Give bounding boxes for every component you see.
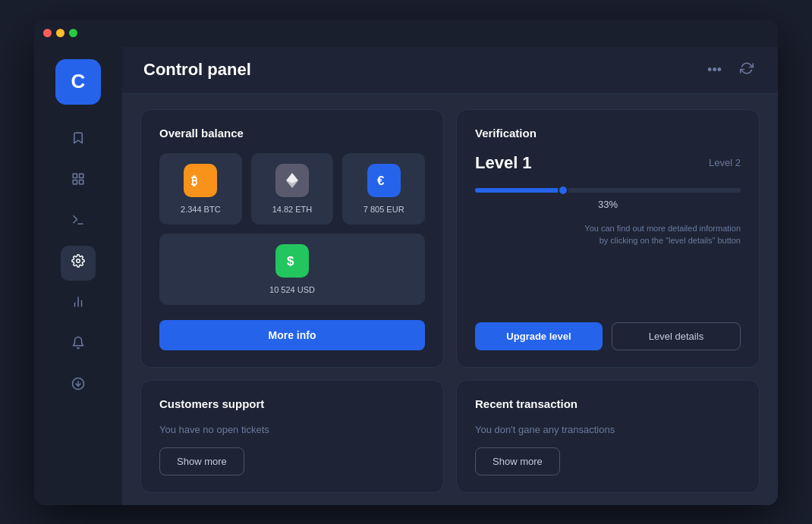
verification-hint: You can find out more detailed informati… bbox=[475, 222, 741, 310]
dashboard-grid: Overall balance ₿ 2.344 BTC 1 bbox=[122, 94, 778, 505]
level-details-button[interactable]: Level details bbox=[612, 322, 741, 350]
svg-point-5 bbox=[77, 259, 80, 263]
level-header: Level 1 Level 2 bbox=[475, 153, 741, 173]
maximize-button[interactable] bbox=[69, 29, 77, 37]
svg-rect-0 bbox=[73, 174, 77, 177]
transaction-empty-message: You don't gane any transactions bbox=[475, 424, 741, 435]
level-next: Level 2 bbox=[709, 157, 741, 168]
coin-usd: $ 10 524 USD bbox=[159, 234, 425, 305]
download-icon bbox=[71, 377, 85, 394]
transaction-show-more-button[interactable]: Show more bbox=[475, 447, 560, 475]
page-title: Control panel bbox=[143, 60, 251, 80]
sidebar-item-dashboard[interactable] bbox=[61, 164, 96, 199]
svg-rect-1 bbox=[80, 174, 83, 177]
verification-actions: Upgrade level Level details bbox=[475, 322, 741, 350]
usd-value: 10 524 USD bbox=[269, 285, 315, 294]
progress-track bbox=[475, 188, 741, 193]
dashboard-icon bbox=[71, 172, 85, 190]
more-icon: ••• bbox=[707, 62, 722, 77]
settings-icon bbox=[71, 254, 85, 271]
balance-card: Overall balance ₿ 2.344 BTC 1 bbox=[140, 109, 444, 368]
main-content: Control panel ••• Overall balance bbox=[122, 47, 778, 505]
transaction-card-title: Recent transaction bbox=[475, 397, 741, 410]
support-show-more-button[interactable]: Show more bbox=[159, 447, 244, 475]
svg-text:$: $ bbox=[287, 254, 294, 268]
bell-icon bbox=[71, 336, 85, 353]
usd-icon: $ bbox=[275, 244, 309, 278]
svg-text:₿: ₿ bbox=[191, 174, 197, 187]
svg-text:€: € bbox=[377, 174, 385, 188]
progress-fill bbox=[475, 188, 563, 193]
nav-items bbox=[34, 123, 122, 403]
sidebar-item-terminal[interactable] bbox=[61, 205, 96, 240]
sidebar-item-bell[interactable] bbox=[61, 328, 96, 362]
eur-icon: € bbox=[367, 164, 401, 197]
progress-container: 33% bbox=[475, 188, 741, 216]
eur-value: 7 805 EUR bbox=[364, 205, 404, 214]
chart-icon bbox=[71, 295, 85, 312]
titlebar bbox=[34, 20, 778, 47]
refresh-button[interactable] bbox=[737, 58, 757, 82]
more-info-button[interactable]: More info bbox=[159, 320, 425, 350]
traffic-lights bbox=[43, 29, 77, 37]
level-current: Level 1 bbox=[475, 153, 532, 173]
more-options-button[interactable]: ••• bbox=[704, 59, 725, 81]
header: Control panel ••• bbox=[122, 47, 778, 94]
header-actions: ••• bbox=[704, 58, 757, 82]
progress-percent: 33% bbox=[475, 199, 741, 210]
sidebar-item-bookmark[interactable] bbox=[61, 123, 96, 158]
svg-rect-3 bbox=[73, 180, 77, 184]
refresh-icon bbox=[740, 61, 754, 75]
support-card: Customers support You have no open ticke… bbox=[140, 380, 444, 493]
coin-btc: ₿ 2.344 BTC bbox=[159, 153, 242, 224]
eth-icon bbox=[275, 164, 309, 197]
balance-card-title: Overall balance bbox=[159, 127, 425, 140]
sidebar-item-download[interactable] bbox=[61, 369, 96, 403]
sidebar-item-chart[interactable] bbox=[61, 287, 96, 322]
app-body: C bbox=[34, 47, 778, 505]
svg-rect-2 bbox=[80, 180, 83, 184]
app-window: C bbox=[34, 20, 778, 505]
close-button[interactable] bbox=[43, 29, 52, 37]
sidebar: C bbox=[34, 47, 122, 505]
minimize-button[interactable] bbox=[56, 29, 65, 37]
sidebar-item-settings[interactable] bbox=[61, 246, 96, 281]
verification-card: Verification Level 1 Level 2 33% bbox=[456, 109, 760, 368]
btc-icon: ₿ bbox=[184, 164, 217, 197]
coin-eur: € 7 805 EUR bbox=[342, 153, 425, 224]
logo[interactable]: C bbox=[55, 59, 101, 105]
balance-coins: ₿ 2.344 BTC 14.82 ETH € bbox=[159, 153, 425, 305]
support-card-title: Customers support bbox=[159, 397, 425, 410]
support-empty-message: You have no open tickets bbox=[159, 424, 425, 435]
coin-eth: 14.82 ETH bbox=[251, 153, 334, 224]
logo-letter: C bbox=[71, 70, 86, 93]
eth-value: 14.82 ETH bbox=[272, 205, 313, 214]
verification-card-title: Verification bbox=[475, 127, 741, 140]
btc-value: 2.344 BTC bbox=[181, 205, 221, 214]
upgrade-level-button[interactable]: Upgrade level bbox=[475, 322, 603, 350]
bookmark-icon bbox=[71, 131, 85, 149]
terminal-icon bbox=[71, 213, 85, 231]
progress-thumb[interactable] bbox=[558, 185, 568, 196]
transaction-card: Recent transaction You don't gane any tr… bbox=[456, 380, 760, 493]
